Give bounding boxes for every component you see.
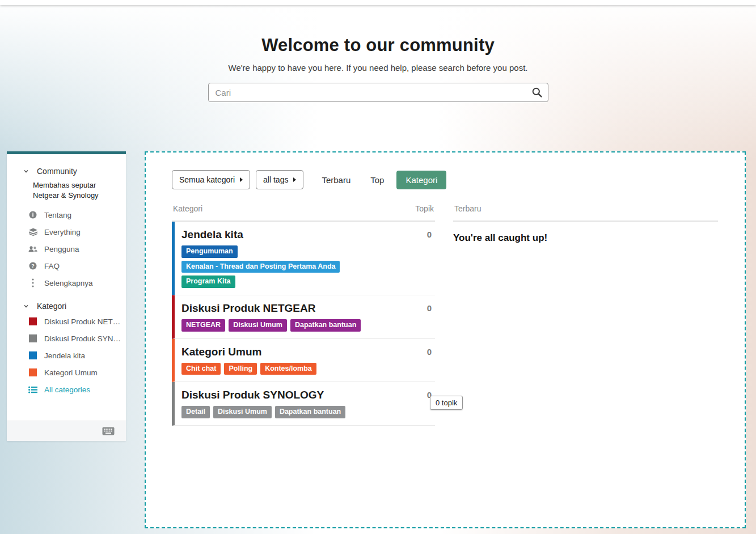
subcategory-badge-program-kita[interactable]: Program Kita xyxy=(181,276,235,288)
subcategory-badge-dapatkan-bantuan[interactable]: Dapatkan bantuan xyxy=(290,319,361,332)
category-row-jendela-kita: Jendela kitaPengumumanKenalan - Thread d… xyxy=(172,222,435,295)
sidebar-item-label: All categories xyxy=(44,385,90,394)
category-color-swatch xyxy=(28,368,37,376)
info-circle-icon xyxy=(28,211,37,219)
sidebar-section-kategori[interactable]: Kategori xyxy=(7,291,126,313)
sidebar-section-community[interactable]: Community xyxy=(7,154,126,178)
subcategory-badge-detail[interactable]: Detail xyxy=(181,406,210,418)
topic-count: 0 xyxy=(427,230,432,239)
page-subtitle: We're happy to have you here. If you nee… xyxy=(0,63,756,73)
category-filter-label: Semua kategori xyxy=(179,175,235,184)
sidebar-item-faq[interactable]: ?FAQ xyxy=(7,257,126,274)
latest-column: Terbaru You're all caught up! xyxy=(453,201,718,426)
sidebar: Community Membahas seputar Netgear & Syn… xyxy=(7,151,126,441)
tags-filter-label: all tags xyxy=(263,175,288,184)
subcategory-badge-kenalan-thread-dan-posting-pertama-anda[interactable]: Kenalan - Thread dan Posting Pertama And… xyxy=(181,261,340,273)
subcategory-badge-chit-chat[interactable]: Chit chat xyxy=(181,363,221,375)
chevron-down-icon xyxy=(22,168,31,174)
categories-column-header: Kategori Topik xyxy=(172,201,435,222)
chevron-down-icon xyxy=(22,303,31,309)
column-header-kategori: Kategori xyxy=(173,204,202,213)
category-filter-dropdown[interactable]: Semua kategori xyxy=(172,170,250,189)
categories-column: Kategori Topik Jendela kitaPengumumanKen… xyxy=(172,201,435,426)
magnifier-icon[interactable] xyxy=(531,87,543,98)
category-title[interactable]: Diskusi Produk SYNOLOGY xyxy=(181,389,435,401)
ellipsis-vertical-icon xyxy=(28,278,37,287)
list-icon xyxy=(28,386,37,393)
sidebar-item-label: FAQ xyxy=(44,262,60,270)
category-row-diskusi-produk-synology: Diskusi Produk SYNOLOGYDetailDiskusi Umu… xyxy=(172,382,435,426)
sidebar-item-label: Tentang xyxy=(44,211,71,219)
question-circle-icon: ? xyxy=(28,262,37,270)
category-title[interactable]: Jendela kita xyxy=(181,228,435,241)
category-row-diskusi-produk-netgear: Diskusi Produk NETGEARNETGEARDiskusi Umu… xyxy=(172,295,435,339)
sidebar-footer xyxy=(7,421,126,441)
subcategory-badge-netgear[interactable]: NETGEAR xyxy=(181,319,225,332)
community-items: TentangEverythingPengguna?FAQSelengkapny… xyxy=(7,206,126,291)
sidebar-item-all-categories[interactable]: All categories xyxy=(7,381,126,398)
category-title[interactable]: Diskusi Produk NETGEAR xyxy=(181,302,435,315)
sidebar-item-diskusi-produk-net[interactable]: Diskusi Produk NET… xyxy=(7,313,126,330)
categories-panel: Semua kategori all tags TerbaruTopKatego… xyxy=(145,151,746,528)
tags-filter-dropdown[interactable]: all tags xyxy=(256,170,303,189)
sidebar-item-everything[interactable]: Everything xyxy=(7,223,126,240)
category-color-swatch xyxy=(28,317,37,325)
topic-count: 0 xyxy=(427,303,432,313)
nav-terbaru[interactable]: Terbaru xyxy=(314,171,358,189)
categories-columns: Kategori Topik Jendela kitaPengumumanKen… xyxy=(172,201,718,426)
sidebar-item-diskusi-produk-syn[interactable]: Diskusi Produk SYN… xyxy=(7,330,126,347)
nav-kategori[interactable]: Kategori xyxy=(396,171,446,189)
filter-bar: Semua kategori all tags TerbaruTopKatego… xyxy=(172,170,718,189)
users-icon xyxy=(28,245,37,252)
latest-column-header: Terbaru xyxy=(453,201,718,222)
sidebar-item-label: Selengkapnya xyxy=(44,279,93,287)
sidebar-item-jendela-kita[interactable]: Jendela kita xyxy=(7,347,126,364)
category-items: Diskusi Produk NET…Diskusi Produk SYN…Je… xyxy=(7,313,126,381)
community-description: Membahas seputar Netgear & Synology xyxy=(33,180,105,201)
sidebar-section-label: Community xyxy=(37,167,77,176)
svg-text:?: ? xyxy=(31,263,35,269)
caret-right-icon xyxy=(293,177,296,182)
subcategory-badge-dapatkan-bantuan[interactable]: Dapatkan bantuan xyxy=(275,406,345,418)
nav-top[interactable]: Top xyxy=(363,171,391,189)
caret-right-icon xyxy=(240,177,243,182)
category-color-swatch xyxy=(28,351,37,359)
page-title: Welcome to our community xyxy=(0,35,756,56)
sidebar-item-label: Diskusi Produk SYN… xyxy=(44,334,121,343)
welcome-banner: Welcome to our community We're happy to … xyxy=(0,5,756,102)
category-row-kategori-umum: Kategori UmumChit chatPollingKontes/lomb… xyxy=(172,339,435,383)
sidebar-item-label: Kategori Umum xyxy=(44,368,98,377)
sidebar-item-label: Pengguna xyxy=(44,245,79,253)
subcategory-badge-polling[interactable]: Polling xyxy=(224,363,257,375)
caught-up-message: You're all caught up! xyxy=(453,232,718,244)
sidebar-item-kategori-umum[interactable]: Kategori Umum xyxy=(7,364,126,381)
category-color-swatch xyxy=(28,334,37,342)
subcategory-badges: DetailDiskusi UmumDapatkan bantuan xyxy=(181,406,369,418)
sidebar-item-label: Everything xyxy=(44,228,81,236)
filter-nav: TerbaruTopKategori xyxy=(309,171,446,189)
category-title[interactable]: Kategori Umum xyxy=(181,346,435,358)
keyboard-icon[interactable] xyxy=(102,427,115,435)
sidebar-item-selengkapnya[interactable]: Selengkapnya xyxy=(7,274,126,291)
sidebar-section-label: Kategori xyxy=(37,302,66,311)
subcategory-badge-pengumuman[interactable]: Pengumuman xyxy=(181,245,238,258)
subcategory-badges: NETGEARDiskusi UmumDapatkan bantuan xyxy=(181,319,369,332)
search-input[interactable] xyxy=(208,83,548,102)
sidebar-item-tentang[interactable]: Tentang xyxy=(7,206,126,223)
subcategory-badge-diskusi-umum[interactable]: Diskusi Umum xyxy=(213,406,272,418)
sidebar-item-label: Diskusi Produk NET… xyxy=(44,317,120,326)
search-box xyxy=(208,83,548,102)
column-header-terbaru: Terbaru xyxy=(454,204,481,213)
topic-count: 0 xyxy=(427,347,432,357)
sidebar-item-pengguna[interactable]: Pengguna xyxy=(7,240,126,257)
subcategory-badge-diskusi-umum[interactable]: Diskusi Umum xyxy=(229,319,287,332)
column-header-topik: Topik xyxy=(415,204,434,213)
sidebar-item-label: Jendela kita xyxy=(44,351,85,360)
subcategory-badges: PengumumanKenalan - Thread dan Posting P… xyxy=(181,245,369,288)
subcategory-badges: Chit chatPollingKontes/lomba xyxy=(181,363,369,375)
topic-count-tooltip: 0 topik xyxy=(430,396,463,410)
subcategory-badge-kontes-lomba[interactable]: Kontes/lomba xyxy=(260,363,316,375)
top-header xyxy=(0,0,756,5)
layers-icon xyxy=(28,228,37,236)
category-rows: Jendela kitaPengumumanKenalan - Thread d… xyxy=(172,222,435,426)
